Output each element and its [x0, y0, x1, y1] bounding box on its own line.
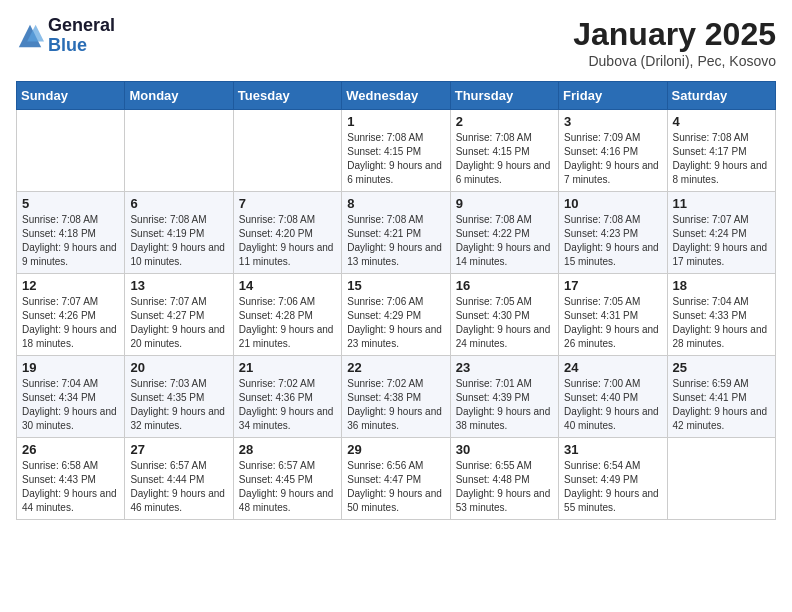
day-number: 24 — [564, 360, 661, 375]
calendar-cell: 23Sunrise: 7:01 AM Sunset: 4:39 PM Dayli… — [450, 356, 558, 438]
calendar-cell: 21Sunrise: 7:02 AM Sunset: 4:36 PM Dayli… — [233, 356, 341, 438]
logo-general: General — [48, 16, 115, 36]
day-info: Sunrise: 7:03 AM Sunset: 4:35 PM Dayligh… — [130, 377, 227, 433]
calendar-cell: 18Sunrise: 7:04 AM Sunset: 4:33 PM Dayli… — [667, 274, 775, 356]
calendar-cell: 10Sunrise: 7:08 AM Sunset: 4:23 PM Dayli… — [559, 192, 667, 274]
day-info: Sunrise: 7:06 AM Sunset: 4:29 PM Dayligh… — [347, 295, 444, 351]
day-info: Sunrise: 7:04 AM Sunset: 4:33 PM Dayligh… — [673, 295, 770, 351]
day-number: 4 — [673, 114, 770, 129]
calendar-cell: 6Sunrise: 7:08 AM Sunset: 4:19 PM Daylig… — [125, 192, 233, 274]
day-info: Sunrise: 7:05 AM Sunset: 4:30 PM Dayligh… — [456, 295, 553, 351]
calendar-cell — [17, 110, 125, 192]
day-info: Sunrise: 7:02 AM Sunset: 4:36 PM Dayligh… — [239, 377, 336, 433]
calendar-cell: 8Sunrise: 7:08 AM Sunset: 4:21 PM Daylig… — [342, 192, 450, 274]
day-number: 14 — [239, 278, 336, 293]
day-number: 16 — [456, 278, 553, 293]
day-number: 19 — [22, 360, 119, 375]
day-info: Sunrise: 6:55 AM Sunset: 4:48 PM Dayligh… — [456, 459, 553, 515]
day-info: Sunrise: 7:09 AM Sunset: 4:16 PM Dayligh… — [564, 131, 661, 187]
calendar-cell: 2Sunrise: 7:08 AM Sunset: 4:15 PM Daylig… — [450, 110, 558, 192]
day-info: Sunrise: 7:07 AM Sunset: 4:27 PM Dayligh… — [130, 295, 227, 351]
calendar-cell: 5Sunrise: 7:08 AM Sunset: 4:18 PM Daylig… — [17, 192, 125, 274]
day-info: Sunrise: 7:02 AM Sunset: 4:38 PM Dayligh… — [347, 377, 444, 433]
calendar-cell: 1Sunrise: 7:08 AM Sunset: 4:15 PM Daylig… — [342, 110, 450, 192]
day-info: Sunrise: 6:59 AM Sunset: 4:41 PM Dayligh… — [673, 377, 770, 433]
day-info: Sunrise: 6:56 AM Sunset: 4:47 PM Dayligh… — [347, 459, 444, 515]
day-number: 5 — [22, 196, 119, 211]
calendar-cell: 17Sunrise: 7:05 AM Sunset: 4:31 PM Dayli… — [559, 274, 667, 356]
logo: General Blue — [16, 16, 115, 56]
calendar-cell: 19Sunrise: 7:04 AM Sunset: 4:34 PM Dayli… — [17, 356, 125, 438]
day-number: 31 — [564, 442, 661, 457]
calendar-week-row: 5Sunrise: 7:08 AM Sunset: 4:18 PM Daylig… — [17, 192, 776, 274]
day-number: 27 — [130, 442, 227, 457]
day-info: Sunrise: 6:57 AM Sunset: 4:44 PM Dayligh… — [130, 459, 227, 515]
calendar-cell: 28Sunrise: 6:57 AM Sunset: 4:45 PM Dayli… — [233, 438, 341, 520]
calendar-week-row: 12Sunrise: 7:07 AM Sunset: 4:26 PM Dayli… — [17, 274, 776, 356]
day-info: Sunrise: 6:54 AM Sunset: 4:49 PM Dayligh… — [564, 459, 661, 515]
day-number: 30 — [456, 442, 553, 457]
calendar-cell: 15Sunrise: 7:06 AM Sunset: 4:29 PM Dayli… — [342, 274, 450, 356]
day-of-week-saturday: Saturday — [667, 82, 775, 110]
day-info: Sunrise: 7:08 AM Sunset: 4:15 PM Dayligh… — [347, 131, 444, 187]
calendar-cell — [233, 110, 341, 192]
calendar-cell: 31Sunrise: 6:54 AM Sunset: 4:49 PM Dayli… — [559, 438, 667, 520]
day-of-week-thursday: Thursday — [450, 82, 558, 110]
day-info: Sunrise: 7:06 AM Sunset: 4:28 PM Dayligh… — [239, 295, 336, 351]
day-info: Sunrise: 7:07 AM Sunset: 4:26 PM Dayligh… — [22, 295, 119, 351]
day-number: 10 — [564, 196, 661, 211]
calendar-header-row: SundayMondayTuesdayWednesdayThursdayFrid… — [17, 82, 776, 110]
calendar-cell: 13Sunrise: 7:07 AM Sunset: 4:27 PM Dayli… — [125, 274, 233, 356]
day-number: 25 — [673, 360, 770, 375]
day-of-week-friday: Friday — [559, 82, 667, 110]
title-block: January 2025 Dubova (Driloni), Pec, Koso… — [573, 16, 776, 69]
day-number: 8 — [347, 196, 444, 211]
day-info: Sunrise: 7:01 AM Sunset: 4:39 PM Dayligh… — [456, 377, 553, 433]
day-number: 26 — [22, 442, 119, 457]
calendar-cell: 20Sunrise: 7:03 AM Sunset: 4:35 PM Dayli… — [125, 356, 233, 438]
calendar-cell: 30Sunrise: 6:55 AM Sunset: 4:48 PM Dayli… — [450, 438, 558, 520]
day-number: 7 — [239, 196, 336, 211]
calendar-cell: 7Sunrise: 7:08 AM Sunset: 4:20 PM Daylig… — [233, 192, 341, 274]
day-number: 6 — [130, 196, 227, 211]
day-number: 22 — [347, 360, 444, 375]
calendar-week-row: 26Sunrise: 6:58 AM Sunset: 4:43 PM Dayli… — [17, 438, 776, 520]
day-number: 18 — [673, 278, 770, 293]
calendar-cell: 12Sunrise: 7:07 AM Sunset: 4:26 PM Dayli… — [17, 274, 125, 356]
day-info: Sunrise: 7:08 AM Sunset: 4:20 PM Dayligh… — [239, 213, 336, 269]
calendar-cell: 4Sunrise: 7:08 AM Sunset: 4:17 PM Daylig… — [667, 110, 775, 192]
calendar-cell: 27Sunrise: 6:57 AM Sunset: 4:44 PM Dayli… — [125, 438, 233, 520]
day-of-week-wednesday: Wednesday — [342, 82, 450, 110]
calendar-cell: 22Sunrise: 7:02 AM Sunset: 4:38 PM Dayli… — [342, 356, 450, 438]
day-number: 23 — [456, 360, 553, 375]
day-number: 20 — [130, 360, 227, 375]
day-number: 29 — [347, 442, 444, 457]
logo-icon — [16, 22, 44, 50]
day-number: 2 — [456, 114, 553, 129]
logo-text: General Blue — [48, 16, 115, 56]
day-info: Sunrise: 7:08 AM Sunset: 4:22 PM Dayligh… — [456, 213, 553, 269]
day-info: Sunrise: 7:08 AM Sunset: 4:17 PM Dayligh… — [673, 131, 770, 187]
day-number: 21 — [239, 360, 336, 375]
day-info: Sunrise: 7:05 AM Sunset: 4:31 PM Dayligh… — [564, 295, 661, 351]
calendar-cell: 14Sunrise: 7:06 AM Sunset: 4:28 PM Dayli… — [233, 274, 341, 356]
calendar-week-row: 19Sunrise: 7:04 AM Sunset: 4:34 PM Dayli… — [17, 356, 776, 438]
calendar-cell: 25Sunrise: 6:59 AM Sunset: 4:41 PM Dayli… — [667, 356, 775, 438]
calendar-table: SundayMondayTuesdayWednesdayThursdayFrid… — [16, 81, 776, 520]
page-header: General Blue January 2025 Dubova (Drilon… — [16, 16, 776, 69]
calendar-cell: 29Sunrise: 6:56 AM Sunset: 4:47 PM Dayli… — [342, 438, 450, 520]
day-info: Sunrise: 7:04 AM Sunset: 4:34 PM Dayligh… — [22, 377, 119, 433]
day-info: Sunrise: 6:58 AM Sunset: 4:43 PM Dayligh… — [22, 459, 119, 515]
calendar-cell — [667, 438, 775, 520]
day-info: Sunrise: 7:08 AM Sunset: 4:23 PM Dayligh… — [564, 213, 661, 269]
logo-blue: Blue — [48, 36, 115, 56]
day-info: Sunrise: 7:08 AM Sunset: 4:19 PM Dayligh… — [130, 213, 227, 269]
day-of-week-monday: Monday — [125, 82, 233, 110]
day-of-week-tuesday: Tuesday — [233, 82, 341, 110]
day-info: Sunrise: 7:08 AM Sunset: 4:18 PM Dayligh… — [22, 213, 119, 269]
month-title: January 2025 — [573, 16, 776, 53]
day-info: Sunrise: 6:57 AM Sunset: 4:45 PM Dayligh… — [239, 459, 336, 515]
day-number: 1 — [347, 114, 444, 129]
calendar-cell: 11Sunrise: 7:07 AM Sunset: 4:24 PM Dayli… — [667, 192, 775, 274]
calendar-cell: 3Sunrise: 7:09 AM Sunset: 4:16 PM Daylig… — [559, 110, 667, 192]
